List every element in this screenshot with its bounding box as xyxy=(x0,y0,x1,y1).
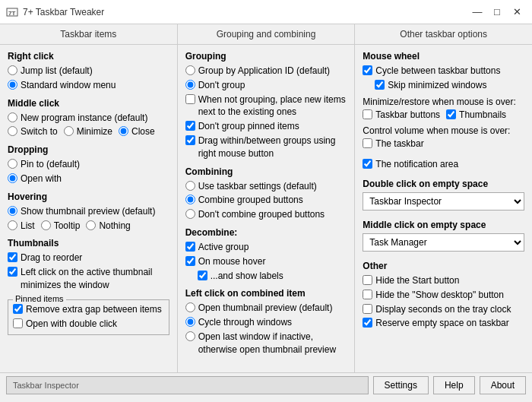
pinned-items-label: Pinned items xyxy=(13,294,66,303)
svg-text:7T: 7T xyxy=(8,10,15,17)
hov-thumbnail-radio[interactable] xyxy=(8,206,17,216)
dropping-section-title: Dropping xyxy=(8,144,169,155)
about-button[interactable]: About xyxy=(480,376,526,394)
hov-tooltip-radio[interactable] xyxy=(41,220,51,230)
cv-notification: The notification area xyxy=(363,158,458,171)
double-click-section-title: Double click on empty space xyxy=(363,179,524,189)
pinned-remove-gap: Remove extra gap between items xyxy=(13,303,164,316)
rc-standard-menu: Standard window menu xyxy=(8,79,169,92)
cv-taskbar-check[interactable] xyxy=(363,138,372,148)
oth-display-seconds-check[interactable] xyxy=(363,304,372,314)
grp-dont-group-radio[interactable] xyxy=(185,80,195,90)
oth-hide-show-desktop-check[interactable] xyxy=(363,290,372,299)
mc-switch: Switch to xyxy=(8,125,58,138)
min-taskbar-buttons: Taskbar buttons xyxy=(363,109,440,122)
dec-mouse-hover-check[interactable] xyxy=(185,256,195,266)
control-vol-options: The taskbar The notification area xyxy=(363,138,524,173)
grp-dont-group-pinned: Don't group pinned items xyxy=(185,120,347,133)
middle-click-select[interactable]: Task Manager xyxy=(363,233,524,252)
comb-dont-combine-radio[interactable] xyxy=(185,209,195,219)
footer: Taskbar Inspector Settings Help About xyxy=(0,372,532,397)
min-thumbnails: Thumbnails xyxy=(446,109,506,122)
dec-show-labels-check[interactable] xyxy=(198,271,207,280)
lc-open-last: Open last window if inactive, otherwise … xyxy=(185,331,347,356)
grp-place-next: When not grouping, place new items next … xyxy=(185,93,347,119)
pinned-remove-gap-check[interactable] xyxy=(13,304,23,314)
minimize-options: Taskbar buttons Thumbnails xyxy=(363,109,524,123)
mw-cycle-buttons: Cycle between taskbar buttons xyxy=(363,65,524,78)
grp-by-appid-radio[interactable] xyxy=(185,65,195,75)
grp-dont-group: Don't group xyxy=(185,79,347,92)
lc-cycle-windows-radio[interactable] xyxy=(185,317,195,327)
title-bar-controls: — □ ✕ xyxy=(468,5,526,20)
drop-pin-radio[interactable] xyxy=(8,159,17,169)
comb-combine-grouped: Combine grouped buttons xyxy=(185,194,347,207)
grp-by-appid: Group by Application ID (default) xyxy=(185,65,347,78)
window-title: 7+ Taskbar Tweaker xyxy=(23,7,104,17)
dec-active-group: Active group xyxy=(185,241,347,254)
oth-hide-start-check[interactable] xyxy=(363,275,372,285)
hov-tooltip: Tooltip xyxy=(41,220,81,233)
comb-combine-grouped-radio[interactable] xyxy=(185,195,195,204)
oth-reserve-empty-space: Reserve empty space on taskbar xyxy=(363,317,524,330)
col1-taskbar-items: Right click Jump list (default) Standard… xyxy=(0,45,178,372)
comb-taskbar-settings: Use taskbar settings (default) xyxy=(185,180,347,193)
other-section-title: Other xyxy=(363,261,524,271)
combining-section-title: Combining xyxy=(185,166,347,177)
min-taskbar-buttons-check[interactable] xyxy=(363,109,372,119)
maximize-button[interactable]: □ xyxy=(488,5,506,20)
col3-header: Other taskbar options xyxy=(355,24,532,44)
mc-close: Close xyxy=(119,125,155,138)
mc-new-instance-radio[interactable] xyxy=(8,112,17,122)
hov-nothing-radio[interactable] xyxy=(86,220,96,230)
dec-active-group-check[interactable] xyxy=(185,242,195,252)
oth-reserve-empty-space-check[interactable] xyxy=(363,318,372,328)
mouse-wheel-section-title: Mouse wheel xyxy=(363,51,524,62)
grp-dont-group-pinned-check[interactable] xyxy=(185,121,195,131)
thumb-drag-reorder-check[interactable] xyxy=(8,252,17,262)
min-thumbnails-check[interactable] xyxy=(446,109,456,119)
grp-drag-right-mouse-check[interactable] xyxy=(185,135,195,145)
mc-close-radio[interactable] xyxy=(119,126,128,136)
cv-notification-check[interactable] xyxy=(363,159,372,169)
settings-button[interactable]: Settings xyxy=(373,376,429,394)
minimize-button[interactable]: — xyxy=(468,5,486,20)
lc-open-last-radio[interactable] xyxy=(185,331,195,341)
grp-place-next-check[interactable] xyxy=(185,94,195,104)
close-button[interactable]: ✕ xyxy=(508,5,526,20)
drop-open-with: Open with xyxy=(8,173,169,185)
col2-header: Grouping and combining xyxy=(178,24,356,44)
decombine-section-title: Decombine: xyxy=(185,227,347,238)
thumb-left-click-check[interactable] xyxy=(8,267,17,277)
dec-show-labels: ...and show labels xyxy=(198,270,347,283)
hov-list: List xyxy=(8,220,35,233)
comb-taskbar-settings-radio[interactable] xyxy=(185,181,195,191)
double-click-select[interactable]: Taskbar Inspector xyxy=(363,192,524,210)
title-bar: 7T 7+ Taskbar Tweaker — □ ✕ xyxy=(0,0,532,24)
drop-open-with-radio[interactable] xyxy=(8,173,17,183)
comb-dont-combine: Don't combine grouped buttons xyxy=(185,208,347,221)
mw-cycle-buttons-check[interactable] xyxy=(363,65,372,75)
thumb-drag-reorder: Drag to reorder xyxy=(8,252,169,264)
left-click-section-title: Left click on combined item xyxy=(185,288,347,299)
middle-click-empty-section-title: Middle click on empty space xyxy=(363,220,524,230)
dec-mouse-hover: On mouse hover xyxy=(185,255,347,268)
grouping-section-title: Grouping xyxy=(185,51,347,62)
oth-display-seconds: Display seconds on the tray clock xyxy=(363,303,524,316)
pinned-open-dblclick-check[interactable] xyxy=(13,318,23,328)
mc-minimize: Minimize xyxy=(64,125,112,138)
hov-list-radio[interactable] xyxy=(8,220,17,230)
help-button[interactable]: Help xyxy=(433,376,475,394)
thumbnails-section-title: Thumbnails xyxy=(8,238,169,248)
rc-jump-list-radio[interactable] xyxy=(8,65,17,75)
mc-switch-radio[interactable] xyxy=(8,126,17,136)
lc-open-thumbnail-radio[interactable] xyxy=(185,302,195,312)
mc-minimize-radio[interactable] xyxy=(64,126,74,136)
mw-skip-minimized-check[interactable] xyxy=(375,80,385,90)
drop-pin: Pin to (default) xyxy=(8,158,169,171)
rc-standard-menu-radio[interactable] xyxy=(8,80,17,90)
column-headers: Taskbar items Grouping and combining Oth… xyxy=(0,24,532,45)
oth-hide-start: Hide the Start button xyxy=(363,274,524,287)
col3-other-options: Mouse wheel Cycle between taskbar button… xyxy=(355,45,532,372)
hov-inline-options: List Tooltip Nothing xyxy=(8,220,169,233)
